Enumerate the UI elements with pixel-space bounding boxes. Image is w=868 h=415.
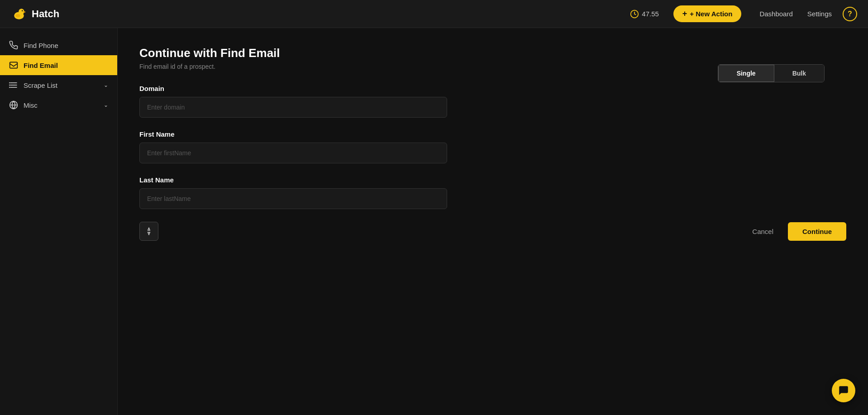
sidebar: Find Phone Find Email Scrape List ⌄ [0, 28, 118, 415]
mode-toggle: Single Bulk [718, 64, 825, 82]
dashboard-link[interactable]: Dashboard [759, 10, 792, 18]
bulk-mode-button[interactable]: Bulk [774, 65, 824, 82]
svg-point-5 [15, 14, 20, 17]
credits-display: 47.55 [630, 10, 659, 19]
sidebar-item-find-email[interactable]: Find Email [0, 55, 117, 75]
form-actions: Cancel Continue [139, 222, 846, 241]
cancel-button[interactable]: Cancel [745, 223, 781, 240]
sidebar-item-find-email-label: Find Email [24, 62, 58, 69]
sidebar-item-find-phone[interactable]: Find Phone [0, 35, 117, 55]
single-mode-button[interactable]: Single [718, 65, 774, 82]
chat-icon [838, 385, 849, 396]
scrape-list-chevron-icon: ⌄ [104, 82, 108, 88]
logo-icon [11, 6, 27, 22]
chat-button[interactable] [832, 379, 855, 402]
list-icon [9, 81, 18, 90]
continue-button[interactable]: Continue [788, 222, 846, 241]
sidebar-item-scrape-list-label: Scrape List [24, 81, 57, 89]
first-name-input[interactable] [139, 143, 447, 163]
credits-value: 47.55 [642, 10, 659, 18]
domain-input[interactable] [139, 97, 447, 118]
new-action-button[interactable]: + + New Action [673, 5, 742, 22]
sidebar-item-scrape-list[interactable]: Scrape List ⌄ [0, 75, 117, 95]
sidebar-item-find-phone-label: Find Phone [24, 42, 58, 49]
layout: Find Phone Find Email Scrape List ⌄ [0, 28, 868, 415]
phone-icon [9, 41, 18, 50]
sidebar-item-misc[interactable]: Misc ⌄ [0, 95, 117, 115]
header-nav: Dashboard Settings [759, 10, 832, 18]
first-name-field-group: First Name [139, 130, 846, 163]
last-name-input[interactable] [139, 188, 447, 209]
svg-point-13 [10, 87, 10, 88]
svg-point-3 [22, 10, 23, 11]
find-email-form: Domain First Name Last Name [139, 85, 846, 241]
actions-right: Cancel Continue [745, 222, 846, 241]
logo: Hatch [11, 6, 59, 22]
svg-point-4 [23, 11, 25, 13]
app-title: Hatch [32, 8, 59, 20]
sidebar-item-misc-label: Misc [24, 101, 38, 109]
settings-link[interactable]: Settings [807, 10, 832, 18]
new-action-icon: + [682, 9, 687, 19]
credits-icon [630, 10, 639, 19]
domain-label: Domain [139, 85, 846, 92]
domain-field-group: Domain [139, 85, 846, 118]
email-icon [9, 61, 18, 70]
sort-icon [145, 227, 153, 235]
new-action-label: + New Action [690, 10, 732, 18]
misc-chevron-icon: ⌄ [104, 102, 108, 108]
content-area: Single Bulk Continue with Find Email Fin… [139, 46, 846, 241]
svg-point-12 [10, 85, 10, 86]
sort-button[interactable] [139, 222, 158, 241]
last-name-label: Last Name [139, 176, 846, 184]
last-name-field-group: Last Name [139, 176, 846, 209]
help-button[interactable]: ? [843, 7, 857, 21]
main-content: Single Bulk Continue with Find Email Fin… [118, 28, 868, 415]
first-name-label: First Name [139, 130, 846, 138]
page-title: Continue with Find Email [139, 46, 846, 60]
svg-rect-7 [10, 62, 18, 68]
globe-icon [9, 100, 18, 110]
svg-point-11 [10, 83, 10, 83]
app-header: Hatch 47.55 + + New Action Dashboard Set… [0, 0, 868, 28]
